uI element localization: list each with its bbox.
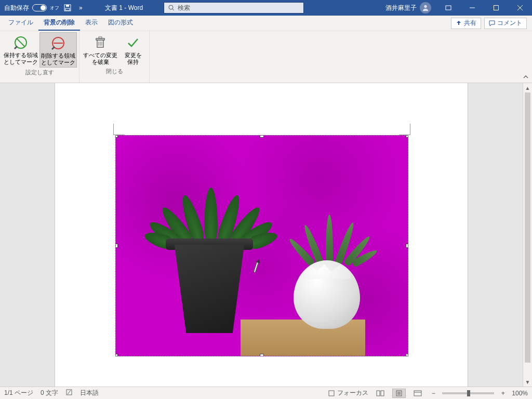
save-icon	[63, 4, 72, 12]
svg-rect-2	[65, 8, 70, 10]
svg-rect-25	[381, 391, 384, 396]
svg-rect-1	[66, 5, 69, 7]
plant-left	[164, 188, 257, 245]
mark-remove-label: 削除する領域 としてマーク	[41, 52, 75, 66]
status-page[interactable]: 1/1 ページ	[4, 389, 33, 397]
comment-icon	[489, 20, 495, 26]
discard-changes-button[interactable]: すべての変更 を破棄	[82, 32, 119, 66]
print-layout-button[interactable]	[392, 389, 406, 398]
group-refine-label: 設定し直す	[25, 68, 54, 78]
svg-point-3	[169, 5, 173, 9]
status-proofing-icon[interactable]	[65, 389, 73, 397]
read-mode-icon	[376, 390, 384, 396]
user-name: 酒井麻里子	[385, 4, 417, 12]
close-icon	[517, 5, 523, 11]
svg-rect-7	[447, 7, 450, 9]
plant-right	[299, 207, 361, 264]
collapse-ribbon-button[interactable]	[523, 74, 529, 82]
read-mode-button[interactable]	[374, 389, 387, 398]
svg-rect-23	[329, 391, 334, 396]
resize-handle-bl[interactable]	[115, 354, 118, 356]
maximize-button[interactable]	[484, 0, 508, 16]
page: ⌐	[55, 83, 468, 387]
document-title-text: 文書 1 - Word	[105, 4, 143, 12]
mark-remove-icon	[50, 35, 66, 51]
svg-rect-30	[414, 391, 421, 396]
tab-view[interactable]: 表示	[80, 16, 103, 31]
web-layout-button[interactable]	[411, 389, 424, 398]
ribbon-display-button[interactable]	[436, 0, 460, 16]
svg-line-13	[17, 38, 25, 47]
status-bar: 1/1 ページ 0 文字 日本語 フォーカス − + 100%	[0, 387, 532, 399]
scroll-up-button[interactable]: ▲	[523, 83, 532, 92]
layout-options-button[interactable]: ⌐	[406, 354, 408, 356]
svg-rect-21	[99, 37, 102, 38]
ribbon-group-refine: 保持する領域 としてマーク 削除する領域 としてマーク 設定し直す	[0, 31, 79, 83]
tab-strip: ファイル 背景の削除 表示 図の形式 共有 コメント	[0, 16, 532, 31]
tab-picture-format[interactable]: 図の形式	[103, 16, 138, 31]
ribbon-display-icon	[445, 5, 451, 11]
autosave-label: 自動保存	[4, 4, 29, 12]
discard-icon	[92, 34, 109, 51]
ribbon: 保持する領域 としてマーク 削除する領域 としてマーク 設定し直す すべての変更…	[0, 31, 532, 83]
overflow-glyph: »	[79, 4, 83, 11]
avatar-icon	[420, 2, 431, 14]
chevron-up-icon	[523, 74, 529, 80]
resize-handle-b[interactable]	[260, 354, 264, 356]
mark-keep-label: 保持する領域 としてマーク	[4, 52, 38, 65]
share-button[interactable]: 共有	[451, 18, 481, 29]
print-layout-icon	[395, 390, 403, 396]
tab-background-removal[interactable]: 背景の削除	[38, 16, 80, 31]
search-icon	[168, 5, 175, 11]
title-bar: 自動保存 オフ » 文書 1 - Word 検索 酒井麻里子	[0, 0, 532, 16]
close-button[interactable]	[508, 0, 532, 16]
resize-handle-l[interactable]	[115, 244, 118, 248]
qat-overflow[interactable]: »	[79, 0, 95, 16]
share-label: 共有	[464, 19, 476, 28]
maximize-icon	[493, 5, 499, 11]
status-word-count[interactable]: 0 文字	[41, 389, 58, 397]
mark-keep-icon	[12, 34, 29, 51]
svg-line-4	[172, 9, 174, 10]
zoom-slider[interactable]	[442, 392, 494, 394]
keep-label: 変更を 保持	[125, 52, 142, 65]
account-button[interactable]: 酒井麻里子	[380, 0, 436, 16]
tab-picformat-label: 図の形式	[108, 18, 133, 27]
tab-file-label: ファイル	[8, 18, 33, 27]
zoom-in-button[interactable]: +	[499, 390, 507, 397]
selected-image[interactable]: ⌐	[115, 135, 408, 356]
mark-keep-button[interactable]: 保持する領域 としてマーク	[2, 32, 39, 68]
vertical-scrollbar[interactable]: ▲ ▼	[523, 83, 532, 387]
save-button[interactable]	[63, 0, 79, 16]
focus-mode-button[interactable]: フォーカス	[328, 389, 368, 397]
mark-remove-button[interactable]: 削除する領域 としてマーク	[39, 32, 77, 68]
tab-bgremove-label: 背景の削除	[44, 18, 75, 27]
focus-label: フォーカス	[337, 389, 368, 397]
comments-button[interactable]: コメント	[484, 18, 527, 29]
zoom-level[interactable]: 100%	[512, 390, 528, 397]
minimize-button[interactable]	[460, 0, 484, 16]
margin-corner-tl	[113, 124, 125, 135]
zoom-slider-knob[interactable]	[467, 390, 470, 396]
resize-handle-tl[interactable]	[115, 135, 118, 138]
discard-label: すべての変更 を破棄	[83, 52, 117, 65]
svg-rect-9	[494, 6, 499, 10]
search-box[interactable]: 検索	[164, 2, 304, 14]
keep-changes-button[interactable]: 変更を 保持	[119, 32, 147, 66]
ribbon-group-close: すべての変更 を破棄 変更を 保持 閉じる	[79, 31, 150, 83]
tab-view-label: 表示	[85, 18, 98, 27]
resize-handle-tr[interactable]	[406, 135, 408, 138]
focus-icon	[328, 390, 335, 397]
autosave-switch-icon	[32, 4, 47, 11]
tab-file[interactable]: ファイル	[3, 16, 38, 31]
document-area[interactable]: ⌐ ▲ ▼	[0, 83, 532, 387]
autosave-toggle[interactable]: 自動保存 オフ	[0, 0, 63, 16]
scroll-down-button[interactable]: ▼	[523, 377, 532, 387]
status-language[interactable]: 日本語	[80, 389, 99, 397]
scroll-thumb[interactable]	[525, 92, 530, 363]
zoom-out-button[interactable]: −	[430, 390, 437, 397]
pot-right	[294, 260, 360, 329]
svg-point-5	[424, 5, 427, 8]
resize-handle-r[interactable]	[406, 244, 408, 248]
resize-handle-t[interactable]	[260, 135, 264, 138]
